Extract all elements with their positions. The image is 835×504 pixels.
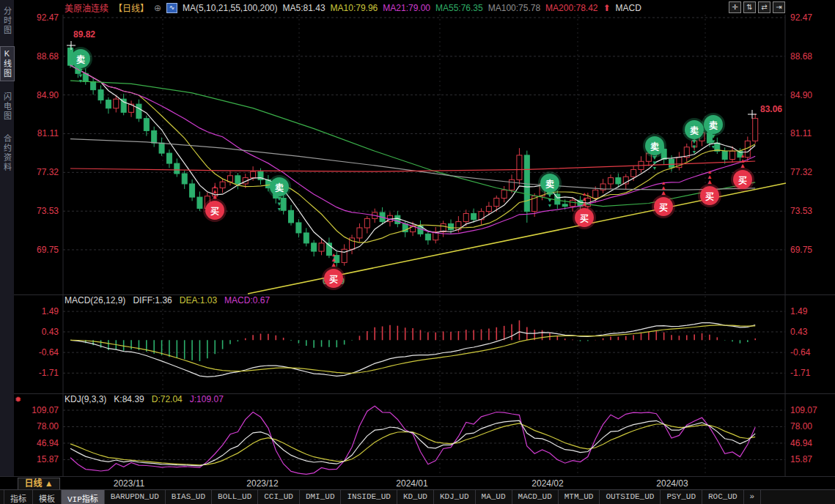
y-axis-label: -0.64 bbox=[22, 347, 59, 357]
sidebar-item-flash-chart[interactable]: 闪电图 bbox=[1, 90, 14, 123]
y-axis-label: 73.53 bbox=[790, 206, 827, 216]
tab-roc-ud[interactable]: ROC_UD bbox=[702, 490, 744, 504]
tab--[interactable]: » bbox=[744, 490, 762, 504]
y-axis-label: 92.47 bbox=[22, 12, 59, 23]
tab-outside-ud[interactable]: OUTSIDE_UD bbox=[600, 490, 661, 504]
tab-barupdn-ud[interactable]: BARUPDN_UD bbox=[105, 490, 166, 504]
y-axis-label: 69.75 bbox=[790, 245, 827, 255]
sell-signal-marker: 卖 bbox=[270, 177, 289, 196]
left-sidebar: 分时图 K线图 闪电图 合约资料 bbox=[0, 0, 14, 476]
y-axis-label: -0.64 bbox=[790, 347, 827, 357]
sidebar-item-contract-info[interactable]: 合约资料 bbox=[1, 132, 14, 174]
y-axis-label: 77.32 bbox=[22, 167, 59, 177]
y-axis-label: 81.11 bbox=[790, 128, 827, 138]
period-tag: 【日线】 bbox=[114, 1, 149, 14]
ma21-value: MA21:79.00 bbox=[383, 3, 430, 13]
up-arrow-icon: ⬆ bbox=[603, 3, 611, 13]
tab-inside-ud[interactable]: INSIDE_UD bbox=[341, 490, 397, 504]
y-axis-label: 84.90 bbox=[22, 90, 59, 100]
y-axis-label: 92.47 bbox=[790, 12, 827, 23]
y-axis-label: -1.71 bbox=[790, 368, 827, 378]
up-arrows-icon: ▲▲▲ bbox=[700, 169, 719, 185]
y-axis-label: 78.00 bbox=[790, 421, 827, 431]
down-arrows-icon: ▼▼▼ bbox=[270, 196, 289, 212]
x-axis-label: 2023/11 bbox=[107, 478, 151, 489]
sell-signal-marker: 卖 bbox=[71, 49, 90, 68]
y-axis-label: 0.43 bbox=[790, 327, 827, 337]
chart-canvas[interactable] bbox=[0, 0, 835, 476]
circle-plus-icon[interactable]: ⊕ bbox=[154, 3, 161, 13]
tab-cci-ud[interactable]: CCI_UD bbox=[258, 490, 300, 504]
indicator-label: MACD bbox=[616, 3, 641, 13]
tab-kd-ud[interactable]: KD_UD bbox=[397, 490, 434, 504]
tab-dmi-ud[interactable]: DMI_UD bbox=[300, 490, 342, 504]
y-axis-label: 46.94 bbox=[790, 438, 827, 448]
chart-header: 美原油连续 【日线】 ⊕ ∿ MA(5,10,21,55,100,200) MA… bbox=[65, 2, 641, 13]
kdj-j-value: J:109.07 bbox=[190, 394, 224, 404]
tab-boll-ud[interactable]: BOLL_UD bbox=[212, 490, 258, 504]
macd-dea-value: DEA:1.03 bbox=[180, 295, 217, 305]
sell-signal-marker: 卖 bbox=[540, 174, 559, 193]
y-axis-label: 109.07 bbox=[22, 405, 59, 415]
up-arrows-icon: ▲▲▲ bbox=[324, 252, 343, 267]
macd-title: MACD(26,12,9) bbox=[65, 295, 125, 305]
y-axis-label: 78.00 bbox=[22, 421, 59, 431]
buy-signal-marker: 买 bbox=[700, 186, 719, 205]
down-arrows-icon: ▼▼▼ bbox=[645, 155, 664, 171]
sell-signal-marker: 卖 bbox=[645, 136, 664, 155]
kdj-d-value: D:72.04 bbox=[152, 394, 183, 404]
y-axis-zoom-icon[interactable]: ⇅ bbox=[743, 1, 756, 13]
y-axis-label: 15.87 bbox=[22, 454, 59, 464]
buy-signal-marker: 买 bbox=[654, 197, 673, 216]
y-axis-label: 109.07 bbox=[790, 405, 827, 415]
last-price-annotation: 83.06 bbox=[760, 104, 782, 114]
y-axis-label: 1.49 bbox=[22, 306, 59, 316]
x-axis-row: 日线 ▲ 2023/11 2023/12 2024/01 2024/02 202… bbox=[0, 476, 835, 490]
y-axis-label: -1.71 bbox=[22, 368, 59, 378]
tab-指标[interactable]: 指标 bbox=[4, 490, 33, 504]
ma200-value: MA200:78.42 bbox=[545, 3, 597, 13]
tab-ma-ud[interactable]: MA_UD bbox=[476, 490, 512, 504]
x-axis-label: 2024/02 bbox=[526, 478, 570, 489]
y-axis-label: 15.87 bbox=[790, 454, 827, 464]
tab-mtm-ud[interactable]: MTM_UD bbox=[559, 490, 600, 504]
y-axis-label: 1.49 bbox=[790, 306, 827, 316]
tab-psy-ud[interactable]: PSY_UD bbox=[661, 490, 702, 504]
macd-value: MACD:0.67 bbox=[224, 295, 270, 305]
x-axis-zoom-icon[interactable]: ⇄ bbox=[758, 1, 770, 13]
tab-kdj-ud[interactable]: KDJ_UD bbox=[434, 490, 476, 504]
alert-dot-icon[interactable]: ✹ bbox=[15, 395, 21, 404]
symbol-title: 美原油连续 bbox=[65, 1, 108, 14]
y-axis-label: 73.53 bbox=[22, 206, 59, 216]
mini-chart-icon[interactable]: ∿ bbox=[166, 3, 177, 13]
x-axis-label: 2024/03 bbox=[650, 478, 694, 489]
buy-signal-marker: 买 bbox=[575, 208, 594, 227]
up-arrows-icon: ▲▲▲ bbox=[654, 180, 673, 196]
tab-模板[interactable]: 模板 bbox=[33, 490, 62, 504]
tab-bias-ud[interactable]: BIAS_UD bbox=[166, 490, 212, 504]
tab-macd-ud[interactable]: MACD_UD bbox=[512, 490, 559, 504]
sidebar-item-time-chart[interactable]: 分时图 bbox=[1, 4, 14, 37]
y-axis-label: 88.68 bbox=[790, 51, 827, 62]
down-arrows-icon: ▼▼▼ bbox=[71, 68, 90, 84]
macd-diff-value: DIFF:1.36 bbox=[133, 295, 172, 305]
up-arrows-icon: ▲▲▲ bbox=[205, 184, 224, 199]
shift-right-icon[interactable]: ⇥ bbox=[773, 1, 785, 13]
sell-signal-marker: 卖 bbox=[704, 115, 723, 134]
y-axis-label: 69.75 bbox=[22, 245, 59, 255]
period-selector-button[interactable]: 日线 ▲ bbox=[18, 478, 60, 490]
y-axis-label: 84.90 bbox=[790, 90, 827, 100]
sidebar-item-kline-chart[interactable]: K线图 bbox=[0, 46, 15, 81]
kdj-panel-header: KDJ(9,3,3) K:84.39 D:72.04 J:109.07 bbox=[65, 394, 224, 404]
move-icon[interactable]: ✛ bbox=[729, 1, 741, 13]
ma-group-label: MA(5,10,21,55,100,200) bbox=[183, 3, 277, 13]
y-axis-label: 77.32 bbox=[790, 167, 827, 177]
y-axis-label: 46.94 bbox=[22, 438, 59, 448]
ma100-value: MA100:75.78 bbox=[488, 3, 540, 13]
up-arrows-icon: ▲▲▲ bbox=[733, 153, 752, 168]
buy-signal-marker: 买 bbox=[205, 201, 224, 220]
sell-signal-marker: 卖 bbox=[685, 120, 704, 139]
x-axis-label: 2023/12 bbox=[240, 478, 284, 489]
tab-vip指标[interactable]: VIP指标 bbox=[62, 490, 105, 504]
ma5-value: MA5:81.43 bbox=[283, 3, 325, 13]
